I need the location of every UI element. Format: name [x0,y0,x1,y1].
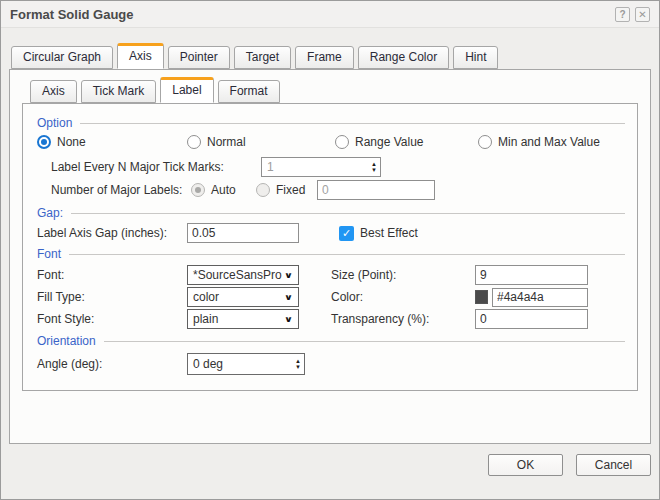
section-divider [80,123,625,124]
angle-row: Angle (deg): 0 deg ▲ ▼ [23,353,637,375]
chevron-down-icon[interactable]: ∨ [284,314,293,324]
spinner-arrows-icon[interactable]: ▲ ▼ [371,161,377,173]
font-name-value: *SourceSansPro [193,268,282,282]
cancel-button[interactable]: Cancel [576,454,651,476]
tab-frame[interactable]: Frame [295,46,354,69]
color-input[interactable] [492,288,588,307]
chevron-down-icon[interactable]: ∨ [284,270,293,280]
radio-min-max-value[interactable]: Min and Max Value [478,133,600,150]
fill-type-row: Fill Type: color ∨ Color: [23,287,637,307]
chevron-down-icon[interactable]: ∨ [284,292,293,302]
checkbox-checked-icon[interactable]: ✓ [339,226,354,241]
spinner-down-icon[interactable]: ▼ [371,167,377,173]
orientation-section-title: Orientation [37,334,96,348]
spinner-arrows-icon[interactable]: ▲ ▼ [295,358,301,370]
label-axis-gap-row: Label Axis Gap (inches): ✓ Best Effect [23,223,637,243]
transparency-label: Transparency (%): [331,309,429,329]
label-every-n-label: Label Every N Major Tick Marks: [51,157,224,177]
label-axis-gap-label: Label Axis Gap (inches): [37,223,167,243]
radio-selected-icon[interactable] [37,135,51,149]
ok-button[interactable]: OK [488,454,563,476]
orientation-section-header: Orientation [37,334,625,348]
check-icon: ✓ [342,227,351,240]
angle-label: Angle (deg): [37,353,102,375]
font-section-title: Font [37,247,61,261]
spinner-down-icon[interactable]: ▼ [295,364,301,370]
best-effect-checkbox-group[interactable]: ✓ Best Effect [339,223,418,243]
tab-circular-graph[interactable]: Circular Graph [11,46,113,69]
radio-fixed-disabled-icon [256,183,270,197]
radio-auto-label: Auto [211,183,236,197]
number-of-major-labels-row: Number of Major Labels: Auto Fixed [23,180,637,200]
radio-icon[interactable] [478,135,492,149]
font-style-dropdown[interactable]: plain ∨ [187,309,299,329]
radio-range-value-label: Range Value [355,135,424,149]
option-radio-row: None Normal Range Value Min and Max Valu… [23,133,637,150]
label-axis-gap-input[interactable] [187,223,299,243]
color-swatch[interactable] [475,290,488,304]
best-effect-label: Best Effect [360,226,418,240]
color-label: Color: [331,287,363,307]
subtab-label[interactable]: Label [160,77,213,103]
dialog-footer: OK Cancel [1,438,659,499]
subtab-format[interactable]: Format [218,80,280,103]
number-of-major-labels-label: Number of Major Labels: [51,180,182,200]
radio-range-value[interactable]: Range Value [335,133,424,150]
angle-spinner[interactable]: 0 deg ▲ ▼ [187,353,305,375]
size-point-input[interactable] [475,265,588,285]
tab-hint[interactable]: Hint [453,46,498,69]
subtab-tick-mark[interactable]: Tick Mark [81,80,157,103]
dialog-title: Format Solid Gauge [10,7,134,22]
font-style-row: Font Style: plain ∨ Transparency (%): [23,309,637,329]
size-point-label: Size (Point): [331,265,396,285]
font-style-label: Font Style: [37,309,94,329]
inner-tab-bar: Axis Tick Mark Label Format [30,77,650,103]
font-name-dropdown[interactable]: *SourceSansPro ∨ [187,265,299,285]
help-icon[interactable]: ? [615,7,630,22]
font-name-row: Font: *SourceSansPro ∨ Size (Point): [23,265,637,285]
gap-section-header: Gap: [37,206,625,220]
radio-min-max-label: Min and Max Value [498,135,600,149]
tab-axis[interactable]: Axis [117,43,164,69]
option-section-title: Option [37,116,72,130]
subtab-axis[interactable]: Axis [30,80,77,103]
font-style-value: plain [193,312,218,326]
fill-type-dropdown[interactable]: color ∨ [187,287,299,307]
radio-auto: Auto [191,180,236,200]
tab-range-color[interactable]: Range Color [358,46,449,69]
label-subtab-panel: Option None Normal Range Value [22,103,638,391]
color-field-group [475,287,588,307]
close-icon[interactable]: ✕ [635,7,650,22]
format-solid-gauge-dialog: Format Solid Gauge ? ✕ Circular Graph Ax… [0,0,660,500]
label-every-n-spinner[interactable]: 1 ▲ ▼ [261,157,381,177]
radio-icon[interactable] [335,135,349,149]
title-bar: Format Solid Gauge ? ✕ [1,1,659,28]
label-every-n-value: 1 [267,160,274,174]
fixed-count-input [317,180,435,200]
radio-normal[interactable]: Normal [187,133,246,150]
section-divider [69,254,625,255]
fill-type-label: Fill Type: [37,287,85,307]
radio-auto-disabled-icon [191,183,205,197]
section-divider [71,213,625,214]
gap-section-title: Gap: [37,206,63,220]
outer-tab-bar: Circular Graph Axis Pointer Target Frame… [11,43,659,69]
axis-tab-panel: Axis Tick Mark Label Format Option None … [9,69,651,444]
radio-fixed-label: Fixed [276,183,305,197]
angle-value: 0 deg [193,357,223,371]
tab-target[interactable]: Target [234,46,291,69]
section-divider [104,341,625,342]
font-section-header: Font [37,247,625,261]
fill-type-value: color [193,290,219,304]
radio-fixed: Fixed [256,180,305,200]
radio-none[interactable]: None [37,133,86,150]
tab-pointer[interactable]: Pointer [168,46,230,69]
transparency-input[interactable] [475,309,588,329]
radio-icon[interactable] [187,135,201,149]
option-section-header: Option [37,116,625,130]
radio-none-label: None [57,135,86,149]
font-name-label: Font: [37,265,64,285]
label-every-n-row: Label Every N Major Tick Marks: 1 ▲ ▼ [23,157,637,177]
radio-normal-label: Normal [207,135,246,149]
